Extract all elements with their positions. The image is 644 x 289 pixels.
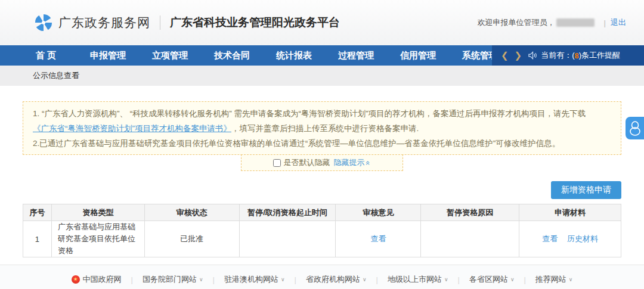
- col-review-opinion: 审核意见: [336, 204, 421, 221]
- footer-separator: |: [457, 275, 459, 284]
- default-hide-label: 是否默认隐藏: [283, 157, 330, 168]
- col-suspend-period: 暂停/取消资格起止时间: [239, 204, 336, 221]
- site-header: 广东政务服务网 广东省科技业务管理阳光政务平台 欢迎申报单位管理员， | 退出: [0, 0, 644, 45]
- footer-separator: |: [213, 275, 215, 284]
- header-divider: [160, 15, 160, 30]
- footer-separator: |: [376, 275, 378, 284]
- application-form-download-link[interactable]: 《广东省“粤海智桥资助计划”项目荐才机构备案申请书》: [33, 124, 231, 133]
- nav-item-process[interactable]: 过程管理: [325, 45, 387, 66]
- logout-link[interactable]: 退出: [611, 17, 626, 28]
- col-review-status: 审核状态: [144, 204, 239, 221]
- nav-item-project[interactable]: 立项管理: [139, 45, 201, 66]
- ticker-prev-icon[interactable]: ❮: [501, 50, 509, 61]
- table-row: 1 广东省基础与应用基础研究基金项目依托单位资格 已批准 查看 查看 历史材料: [23, 221, 621, 257]
- header-branding: 广东政务服务网 广东省科技业务管理阳光政务平台: [35, 14, 340, 32]
- qq-contact-icon[interactable]: [626, 117, 644, 139]
- chevron-down-icon: ∨: [199, 276, 203, 282]
- chevron-down-icon: ∨: [444, 276, 448, 282]
- notice-box: 1. “广东省人力资源机构”、 “科技成果转移转化服务机构” 需先申请备案成为“…: [23, 101, 621, 155]
- review-opinion-view-link[interactable]: 查看: [370, 234, 386, 243]
- action-row: 新增资格申请: [23, 181, 621, 199]
- qualification-table: 序号 资格类型 审核状态 暂停/取消资格起止时间 审核意见 暂停资格原因 申请材…: [23, 204, 621, 257]
- cell-review-opinion: 查看: [336, 221, 421, 257]
- nav-item-report[interactable]: 统计报表: [263, 45, 325, 66]
- cell-application-material: 查看 历史材料: [519, 221, 621, 257]
- notice-line-2-rest: ，填写并盖章后扫描上传至系统中进行资格备案申请.: [231, 124, 419, 133]
- footer-link-recommended[interactable]: 推荐网站∨: [535, 274, 573, 285]
- footer-separator: |: [524, 275, 525, 284]
- work-reminder-ticker: ❮ ❯ 当前有：(8)条工作提醒: [492, 45, 644, 66]
- footer-link-city-sites[interactable]: 地级以上市网站∨: [388, 274, 448, 285]
- material-view-link[interactable]: 查看: [542, 234, 558, 243]
- notice-line-1: 1. “广东省人力资源机构”、 “科技成果转移转化服务机构” 需先申请备案成为“…: [33, 106, 611, 121]
- site-name: 广东政务服务网: [58, 14, 150, 31]
- ticker-next-icon[interactable]: ❯: [515, 50, 522, 61]
- nav-item-contract[interactable]: 技术合同: [201, 45, 263, 66]
- material-history-link[interactable]: 历史材料: [567, 234, 598, 243]
- main-nav: 首 页 申报管理 立项管理 技术合同 统计报表 过程管理 信用管理 系统管理 ❮…: [0, 45, 644, 66]
- reminder-count: 8: [575, 51, 579, 60]
- nav-item-home[interactable]: 首 页: [15, 45, 77, 66]
- pinwheel-logo-icon: [35, 14, 52, 32]
- col-application-material: 申请材料: [519, 204, 621, 221]
- table-header-row: 序号 资格类型 审核状态 暂停/取消资格起止时间 审核意见 暂停资格原因 申请材…: [23, 204, 621, 221]
- hide-tip-bar: 是否默认隐藏 隐藏提示 «: [241, 154, 403, 171]
- cell-review-status: 已批准: [144, 221, 239, 257]
- cell-suspend-reason: [421, 221, 519, 257]
- footer-separator: |: [131, 275, 133, 284]
- footer-link-hk-macau[interactable]: 驻港澳机构网站∨: [224, 274, 285, 285]
- speaker-icon: [528, 51, 537, 60]
- user-area: 欢迎申报单位管理员， | 退出: [478, 17, 626, 28]
- notice-line-2: 《广东省“粤海智桥资助计划”项目荐才机构备案申请书》，填写并盖章后扫描上传至系统…: [33, 121, 611, 136]
- chevron-down-icon: ∨: [281, 276, 285, 282]
- footer-link-provincial-gov[interactable]: 省政府机构网站∨: [306, 274, 367, 285]
- welcome-text: 欢迎申报单位管理员，: [478, 17, 555, 28]
- platform-title: 广东省科技业务管理阳光政务平台: [170, 15, 340, 30]
- nav-item-credit[interactable]: 信用管理: [387, 45, 449, 66]
- username-redacted: [556, 18, 595, 27]
- cell-index: 1: [23, 221, 52, 257]
- chevron-down-icon: ∨: [363, 276, 367, 282]
- ticker-text-suffix[interactable]: )条工作提醒: [579, 50, 620, 61]
- footer-separator: |: [295, 275, 296, 284]
- nav-item-declare[interactable]: 申报管理: [77, 45, 139, 66]
- default-hide-checkbox[interactable]: [273, 159, 281, 167]
- cell-qualification-type: 广东省基础与应用基础研究基金项目依托单位资格: [51, 221, 144, 257]
- site-footer: ★ 中国政府网 | 国务院部门网站∨ | 驻港澳机构网站∨ | 省政府机构网站∨…: [0, 265, 644, 289]
- notice-line-3: 2.已通过广东省基础与应用基础研究基金项目依托单位资格审核的单位请通过“系统管理…: [33, 136, 611, 151]
- national-emblem-icon: ★: [72, 275, 80, 284]
- footer-link-state-council[interactable]: 国务院部门网站∨: [143, 274, 203, 285]
- cell-suspend-period: [239, 221, 336, 257]
- chevron-down-icon: ∨: [569, 276, 573, 282]
- header-separator: |: [604, 18, 606, 27]
- ticker-text-prefix: 当前有：(: [541, 50, 574, 61]
- col-qualification-type: 资格类型: [51, 204, 144, 221]
- main-content: 1. “广东省人力资源机构”、 “科技成果转移转化服务机构” 需先申请备案成为“…: [23, 101, 621, 257]
- footer-link-gov-cn[interactable]: ★ 中国政府网: [72, 274, 122, 285]
- collapse-up-icon[interactable]: «: [364, 160, 373, 164]
- breadcrumb: 公示信息查看: [0, 66, 644, 86]
- col-index: 序号: [23, 204, 52, 221]
- chevron-down-icon: ∨: [510, 276, 515, 282]
- col-suspend-reason: 暂停资格原因: [421, 204, 519, 221]
- new-qualification-button[interactable]: 新增资格申请: [551, 181, 621, 199]
- footer-link-province-sites[interactable]: 各省区网站∨: [469, 274, 515, 285]
- hide-tip-link[interactable]: 隐藏提示: [333, 157, 364, 168]
